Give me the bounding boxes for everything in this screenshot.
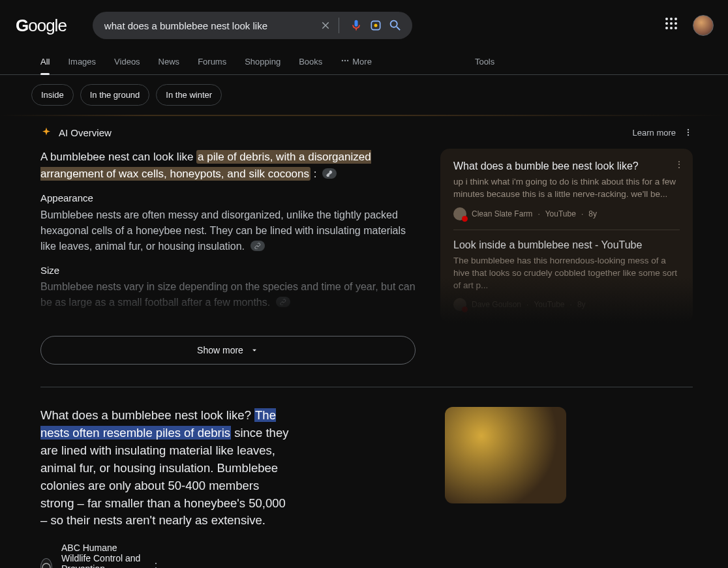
ai-sources-panel: ⋮ What does a bumble bee nest look like?…: [440, 149, 693, 323]
chip-in-the-winter[interactable]: In the winter: [156, 84, 222, 106]
svg-point-3: [344, 60, 346, 61]
tab-videos[interactable]: Videos: [108, 52, 147, 74]
source-card[interactable]: What does a bumble bee nest look like? u…: [453, 160, 680, 220]
learn-more-link[interactable]: Learn more: [633, 128, 676, 138]
search-icon[interactable]: [387, 18, 403, 33]
ai-overview-text: A bumblebee nest can look like a pile of…: [40, 149, 416, 323]
source-title: What does a bumble bee nest look like?: [453, 160, 680, 172]
lens-icon[interactable]: [368, 18, 384, 33]
svg-point-8: [42, 563, 50, 568]
clear-icon[interactable]: [318, 18, 333, 33]
channel-avatar-icon: [453, 207, 466, 220]
svg-point-5: [688, 129, 689, 130]
sparkle-icon: [40, 127, 52, 138]
ai-overview-header: AI Overview Learn more: [40, 127, 693, 138]
chip-inside[interactable]: Inside: [31, 84, 74, 106]
citation-chip-icon[interactable]: [322, 168, 337, 179]
search-bar: [93, 12, 412, 39]
search-tabs: All Images Videos News Forums Shopping B…: [0, 39, 728, 75]
card-menu-icon[interactable]: ⋮: [675, 159, 684, 170]
ai-section-heading: Size: [40, 263, 416, 278]
svg-point-4: [347, 60, 348, 61]
show-more-button[interactable]: Show more: [40, 336, 416, 365]
svg-point-2: [342, 60, 343, 61]
tab-shopping[interactable]: Shopping: [238, 52, 287, 74]
citation-chip-icon[interactable]: [250, 241, 265, 251]
google-logo[interactable]: Google: [16, 16, 67, 36]
result-thumbnail[interactable]: [445, 407, 566, 503]
ai-overview-label: AI Overview: [59, 127, 112, 138]
svg-point-7: [688, 134, 689, 136]
svg-point-1: [374, 24, 377, 27]
svg-point-6: [688, 132, 689, 133]
ai-section-heading: Appearance: [40, 191, 416, 206]
voice-search-icon[interactable]: [348, 18, 364, 33]
tab-tools[interactable]: Tools: [468, 52, 501, 74]
tab-forums[interactable]: Forums: [191, 52, 233, 74]
featured-snippet: What does a bumblebee nest look like? Th…: [40, 407, 295, 530]
channel-avatar-icon: [453, 298, 466, 311]
source-name: ABC Humane Wildlife Control and Preventi…: [61, 543, 141, 568]
source-card[interactable]: Look inside a bumblebee nest - YouTube T…: [453, 239, 680, 312]
tab-more[interactable]: More: [334, 51, 378, 74]
source-title: Look inside a bumblebee nest - YouTube: [453, 239, 680, 251]
tab-books[interactable]: Books: [292, 52, 329, 74]
source-desc: The bumblebee has this horrendous-lookin…: [453, 255, 680, 292]
ai-menu-icon[interactable]: [684, 128, 693, 137]
search-input[interactable]: [102, 20, 314, 31]
tab-images[interactable]: Images: [61, 52, 102, 74]
tab-news[interactable]: News: [152, 52, 187, 74]
tab-all[interactable]: All: [34, 52, 56, 74]
apps-icon[interactable]: [665, 18, 681, 33]
filter-chips: Inside In the ground In the winter: [0, 75, 728, 115]
site-favicon: [40, 558, 52, 568]
chip-in-the-ground[interactable]: In the ground: [80, 84, 150, 106]
chevron-down-icon: [250, 346, 259, 355]
result-menu-icon[interactable]: ⋮: [150, 560, 162, 568]
source-desc: up i think what i'm going to do is think…: [453, 176, 680, 201]
account-avatar[interactable]: [693, 15, 714, 36]
citation-chip-icon[interactable]: [276, 297, 290, 307]
